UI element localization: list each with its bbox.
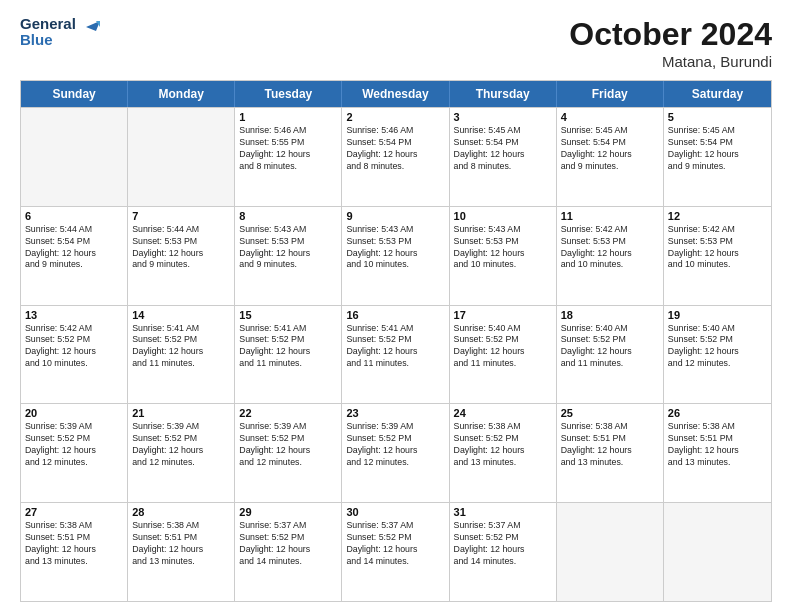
day-number: 16 — [346, 309, 444, 321]
cal-cell — [664, 503, 771, 601]
cal-cell: 15Sunrise: 5:41 AMSunset: 5:52 PMDayligh… — [235, 306, 342, 404]
day-number: 7 — [132, 210, 230, 222]
day-number: 5 — [668, 111, 767, 123]
day-header-saturday: Saturday — [664, 81, 771, 107]
cal-cell: 23Sunrise: 5:39 AMSunset: 5:52 PMDayligh… — [342, 404, 449, 502]
day-info: Sunrise: 5:41 AMSunset: 5:52 PMDaylight:… — [132, 323, 230, 371]
cal-cell: 20Sunrise: 5:39 AMSunset: 5:52 PMDayligh… — [21, 404, 128, 502]
cal-cell: 21Sunrise: 5:39 AMSunset: 5:52 PMDayligh… — [128, 404, 235, 502]
cal-cell: 8Sunrise: 5:43 AMSunset: 5:53 PMDaylight… — [235, 207, 342, 305]
cal-cell: 1Sunrise: 5:46 AMSunset: 5:55 PMDaylight… — [235, 108, 342, 206]
calendar-header: SundayMondayTuesdayWednesdayThursdayFrid… — [21, 81, 771, 107]
week-row-5: 27Sunrise: 5:38 AMSunset: 5:51 PMDayligh… — [21, 502, 771, 601]
cal-cell: 9Sunrise: 5:43 AMSunset: 5:53 PMDaylight… — [342, 207, 449, 305]
day-number: 13 — [25, 309, 123, 321]
day-info: Sunrise: 5:41 AMSunset: 5:52 PMDaylight:… — [239, 323, 337, 371]
day-info: Sunrise: 5:39 AMSunset: 5:52 PMDaylight:… — [132, 421, 230, 469]
day-number: 10 — [454, 210, 552, 222]
cal-cell — [128, 108, 235, 206]
day-number: 17 — [454, 309, 552, 321]
day-number: 12 — [668, 210, 767, 222]
day-info: Sunrise: 5:45 AMSunset: 5:54 PMDaylight:… — [668, 125, 767, 173]
week-row-3: 13Sunrise: 5:42 AMSunset: 5:52 PMDayligh… — [21, 305, 771, 404]
day-info: Sunrise: 5:39 AMSunset: 5:52 PMDaylight:… — [25, 421, 123, 469]
calendar-body: 1Sunrise: 5:46 AMSunset: 5:55 PMDaylight… — [21, 107, 771, 601]
day-info: Sunrise: 5:44 AMSunset: 5:53 PMDaylight:… — [132, 224, 230, 272]
cal-cell: 19Sunrise: 5:40 AMSunset: 5:52 PMDayligh… — [664, 306, 771, 404]
cal-cell: 27Sunrise: 5:38 AMSunset: 5:51 PMDayligh… — [21, 503, 128, 601]
day-info: Sunrise: 5:38 AMSunset: 5:51 PMDaylight:… — [132, 520, 230, 568]
cal-cell: 5Sunrise: 5:45 AMSunset: 5:54 PMDaylight… — [664, 108, 771, 206]
cal-cell: 14Sunrise: 5:41 AMSunset: 5:52 PMDayligh… — [128, 306, 235, 404]
day-info: Sunrise: 5:39 AMSunset: 5:52 PMDaylight:… — [346, 421, 444, 469]
day-header-sunday: Sunday — [21, 81, 128, 107]
day-header-monday: Monday — [128, 81, 235, 107]
cal-cell: 12Sunrise: 5:42 AMSunset: 5:53 PMDayligh… — [664, 207, 771, 305]
day-info: Sunrise: 5:37 AMSunset: 5:52 PMDaylight:… — [346, 520, 444, 568]
day-number: 22 — [239, 407, 337, 419]
day-number: 9 — [346, 210, 444, 222]
day-info: Sunrise: 5:40 AMSunset: 5:52 PMDaylight:… — [454, 323, 552, 371]
day-number: 11 — [561, 210, 659, 222]
day-info: Sunrise: 5:37 AMSunset: 5:52 PMDaylight:… — [454, 520, 552, 568]
day-number: 6 — [25, 210, 123, 222]
day-info: Sunrise: 5:38 AMSunset: 5:51 PMDaylight:… — [25, 520, 123, 568]
logo-line2: Blue — [20, 32, 76, 48]
day-number: 4 — [561, 111, 659, 123]
day-info: Sunrise: 5:46 AMSunset: 5:55 PMDaylight:… — [239, 125, 337, 173]
day-header-thursday: Thursday — [450, 81, 557, 107]
day-info: Sunrise: 5:38 AMSunset: 5:51 PMDaylight:… — [668, 421, 767, 469]
day-number: 27 — [25, 506, 123, 518]
cal-cell: 31Sunrise: 5:37 AMSunset: 5:52 PMDayligh… — [450, 503, 557, 601]
cal-cell: 4Sunrise: 5:45 AMSunset: 5:54 PMDaylight… — [557, 108, 664, 206]
day-number: 3 — [454, 111, 552, 123]
day-number: 14 — [132, 309, 230, 321]
day-number: 23 — [346, 407, 444, 419]
day-info: Sunrise: 5:43 AMSunset: 5:53 PMDaylight:… — [239, 224, 337, 272]
cal-cell: 10Sunrise: 5:43 AMSunset: 5:53 PMDayligh… — [450, 207, 557, 305]
day-info: Sunrise: 5:38 AMSunset: 5:51 PMDaylight:… — [561, 421, 659, 469]
day-info: Sunrise: 5:42 AMSunset: 5:53 PMDaylight:… — [668, 224, 767, 272]
day-number: 2 — [346, 111, 444, 123]
cal-cell: 13Sunrise: 5:42 AMSunset: 5:52 PMDayligh… — [21, 306, 128, 404]
cal-cell: 6Sunrise: 5:44 AMSunset: 5:54 PMDaylight… — [21, 207, 128, 305]
cal-cell: 28Sunrise: 5:38 AMSunset: 5:51 PMDayligh… — [128, 503, 235, 601]
day-number: 28 — [132, 506, 230, 518]
page: General Blue October 2024 Matana, Burund… — [0, 0, 792, 612]
week-row-1: 1Sunrise: 5:46 AMSunset: 5:55 PMDaylight… — [21, 107, 771, 206]
day-info: Sunrise: 5:42 AMSunset: 5:52 PMDaylight:… — [25, 323, 123, 371]
location-subtitle: Matana, Burundi — [569, 53, 772, 70]
logo: General Blue — [20, 16, 100, 48]
day-header-friday: Friday — [557, 81, 664, 107]
day-number: 18 — [561, 309, 659, 321]
day-number: 20 — [25, 407, 123, 419]
day-number: 1 — [239, 111, 337, 123]
cal-cell: 24Sunrise: 5:38 AMSunset: 5:52 PMDayligh… — [450, 404, 557, 502]
day-info: Sunrise: 5:38 AMSunset: 5:52 PMDaylight:… — [454, 421, 552, 469]
day-number: 24 — [454, 407, 552, 419]
cal-cell: 2Sunrise: 5:46 AMSunset: 5:54 PMDaylight… — [342, 108, 449, 206]
cal-cell: 11Sunrise: 5:42 AMSunset: 5:53 PMDayligh… — [557, 207, 664, 305]
day-info: Sunrise: 5:39 AMSunset: 5:52 PMDaylight:… — [239, 421, 337, 469]
day-number: 29 — [239, 506, 337, 518]
day-header-wednesday: Wednesday — [342, 81, 449, 107]
logo-line1: General — [20, 16, 76, 32]
calendar: SundayMondayTuesdayWednesdayThursdayFrid… — [20, 80, 772, 602]
day-number: 30 — [346, 506, 444, 518]
cal-cell: 17Sunrise: 5:40 AMSunset: 5:52 PMDayligh… — [450, 306, 557, 404]
day-info: Sunrise: 5:46 AMSunset: 5:54 PMDaylight:… — [346, 125, 444, 173]
cal-cell: 26Sunrise: 5:38 AMSunset: 5:51 PMDayligh… — [664, 404, 771, 502]
cal-cell: 30Sunrise: 5:37 AMSunset: 5:52 PMDayligh… — [342, 503, 449, 601]
week-row-4: 20Sunrise: 5:39 AMSunset: 5:52 PMDayligh… — [21, 403, 771, 502]
day-info: Sunrise: 5:41 AMSunset: 5:52 PMDaylight:… — [346, 323, 444, 371]
cal-cell: 29Sunrise: 5:37 AMSunset: 5:52 PMDayligh… — [235, 503, 342, 601]
title-section: October 2024 Matana, Burundi — [569, 16, 772, 70]
day-header-tuesday: Tuesday — [235, 81, 342, 107]
day-info: Sunrise: 5:42 AMSunset: 5:53 PMDaylight:… — [561, 224, 659, 272]
day-number: 26 — [668, 407, 767, 419]
day-info: Sunrise: 5:43 AMSunset: 5:53 PMDaylight:… — [454, 224, 552, 272]
day-number: 15 — [239, 309, 337, 321]
day-number: 31 — [454, 506, 552, 518]
cal-cell — [21, 108, 128, 206]
cal-cell — [557, 503, 664, 601]
